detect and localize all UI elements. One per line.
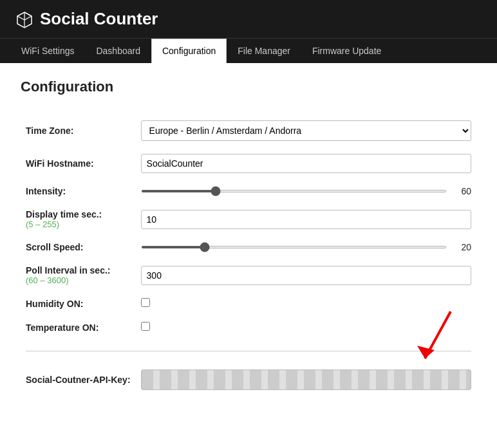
poll-interval-label: Poll Interval in sec.:	[26, 265, 111, 275]
timezone-select[interactable]: Europe - Berlin / Amsterdam / AndorraUTC…	[141, 120, 471, 141]
intensity-label: Intensity:	[21, 183, 136, 200]
main-content: Configuration Time Zone: Europe - Berlin…	[0, 63, 497, 415]
poll-interval-row: Poll Interval in sec.: (60 – 3600)	[21, 262, 476, 288]
intensity-slider[interactable]	[141, 190, 447, 192]
page-title: Configuration	[21, 79, 476, 95]
timezone-input-cell: Europe - Berlin / Amsterdam / AndorraUTC…	[136, 117, 476, 144]
scroll-speed-value: 20	[453, 242, 471, 252]
cube-icon	[15, 10, 33, 28]
svg-line-3	[17, 16, 24, 20]
display-time-range: (5 – 255)	[26, 219, 131, 229]
intensity-value: 60	[453, 186, 471, 196]
nav-item-wifi-settings[interactable]: WiFi Settings	[10, 39, 85, 63]
scroll-speed-input-cell: 20	[136, 239, 476, 256]
nav-item-dashboard[interactable]: Dashboard	[85, 39, 151, 63]
app-title: Social Counter	[40, 9, 158, 29]
header: Social Counter	[0, 0, 497, 38]
nav-item-configuration[interactable]: Configuration	[151, 39, 227, 63]
intensity-input-cell: 60	[136, 183, 476, 200]
display-time-row: Display time sec.: (5 – 255)	[21, 206, 476, 232]
display-time-input-cell	[136, 206, 476, 232]
intensity-row: Intensity: 60	[21, 183, 476, 200]
header-logo: Social Counter	[15, 9, 158, 29]
poll-interval-label-cell: Poll Interval in sec.: (60 – 3600)	[21, 262, 136, 288]
poll-interval-input[interactable]	[141, 266, 471, 285]
display-time-label: Display time sec.:	[26, 209, 102, 219]
scroll-speed-slider-row: 20	[141, 242, 471, 252]
timezone-row: Time Zone: Europe - Berlin / Amsterdam /…	[21, 117, 476, 144]
nav-bar: WiFi Settings Dashboard Configuration Fi…	[0, 38, 497, 63]
temperature-label: Temperature ON:	[21, 319, 136, 336]
wifi-hostname-row: WiFi Hostname:	[21, 151, 476, 176]
wifi-hostname-input[interactable]	[141, 154, 471, 173]
intensity-slider-row: 60	[141, 186, 471, 196]
humidity-label: Humidity ON:	[21, 295, 136, 312]
display-time-label-cell: Display time sec.: (5 – 255)	[21, 206, 136, 232]
timezone-label: Time Zone:	[21, 117, 136, 144]
api-key-row: Social-Coutner-API-Key:	[21, 366, 476, 393]
nav-item-firmware-update[interactable]: Firmware Update	[301, 39, 392, 63]
temperature-checkbox[interactable]	[141, 322, 150, 331]
api-key-input[interactable]	[141, 369, 471, 390]
red-arrow-icon	[393, 308, 470, 366]
scroll-speed-slider[interactable]	[141, 246, 447, 248]
display-time-input[interactable]	[141, 210, 471, 229]
api-key-label: Social-Coutner-API-Key:	[21, 366, 136, 393]
svg-line-2	[24, 16, 32, 20]
nav-item-file-manager[interactable]: File Manager	[227, 39, 301, 63]
configuration-form: Time Zone: Europe - Berlin / Amsterdam /…	[21, 111, 476, 400]
poll-interval-input-cell	[136, 262, 476, 288]
humidity-checkbox[interactable]	[141, 298, 150, 307]
scroll-speed-row: Scroll Speed: 20	[21, 239, 476, 256]
wifi-hostname-label: WiFi Hostname:	[21, 151, 136, 176]
wifi-hostname-input-cell	[136, 151, 476, 176]
scroll-speed-label: Scroll Speed:	[21, 239, 136, 256]
api-key-input-cell	[136, 366, 476, 393]
poll-interval-range: (60 – 3600)	[26, 275, 131, 285]
